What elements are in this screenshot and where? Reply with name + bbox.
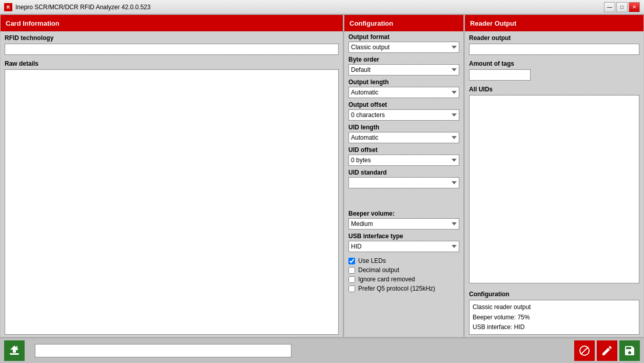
uid-length-row: UID length Automatic 4 bytes 7 bytes	[344, 122, 463, 144]
minimize-button[interactable]: —	[604, 2, 615, 12]
decimal-output-checkbox[interactable]	[348, 267, 355, 274]
output-length-label: Output length	[348, 79, 459, 86]
svg-rect-0	[10, 353, 19, 354]
uid-standard-label: UID standard	[348, 169, 459, 176]
use-leds-checkbox[interactable]	[348, 258, 355, 264]
config-line-2: Beeper volume: 75%	[473, 313, 636, 322]
output-format-label: Output format	[348, 33, 459, 41]
config-line-1: Classic reader output	[473, 302, 636, 312]
byte-order-row: Byte order Default Reversed	[344, 54, 463, 77]
uid-length-label: UID length	[348, 124, 459, 131]
title-bar-controls[interactable]: — □ ✕	[604, 2, 640, 12]
output-offset-select[interactable]: 0 characters 1 character 2 characters	[348, 109, 459, 121]
raw-details-area	[5, 69, 339, 335]
beeper-volume-row: Beeper volume: Low Medium High Off	[344, 208, 463, 231]
uid-offset-select[interactable]: 0 bytes 1 byte 2 bytes	[348, 155, 459, 166]
config-info-box: Classic reader output Beeper volume: 75%…	[469, 300, 639, 335]
all-uids-section: All UIDs	[465, 83, 643, 285]
export-button[interactable]	[4, 340, 25, 361]
main-content: Card Information RFID technology Raw det…	[0, 14, 644, 337]
configuration-label: Configuration	[465, 288, 643, 299]
svg-rect-2	[16, 346, 17, 350]
card-info-header: Card Information	[1, 15, 343, 31]
edit-icon	[601, 345, 613, 357]
decimal-output-row: Decimal output	[344, 265, 463, 275]
uid-length-select[interactable]: Automatic 4 bytes 7 bytes	[348, 132, 459, 143]
decimal-output-label: Decimal output	[358, 266, 399, 274]
card-info-panel: Card Information RFID technology Raw det…	[0, 14, 344, 337]
uid-standard-select[interactable]	[348, 177, 459, 188]
output-length-row: Output length Automatic 4 bytes 8 bytes	[344, 77, 463, 99]
output-length-select[interactable]: Automatic 4 bytes 8 bytes	[348, 87, 459, 98]
svg-marker-1	[12, 346, 17, 353]
reader-output-header: Reader Output	[465, 15, 643, 31]
prefer-q5-row: Prefer Q5 protocol (125kHz)	[344, 284, 463, 293]
config-header: Configuration	[344, 15, 463, 31]
uid-offset-label: UID offset	[348, 146, 459, 154]
uid-standard-row: UID standard	[344, 167, 463, 189]
bottom-bar	[0, 337, 644, 363]
raw-details-label: Raw details	[1, 57, 343, 68]
reader-output-panel: Reader Output Reader output Amount of ta…	[464, 14, 644, 337]
prefer-q5-label: Prefer Q5 protocol (125kHz)	[358, 285, 435, 292]
title-bar: R Inepro SCR/MCR/DCR RFID Analyzer 42.0.…	[0, 0, 644, 14]
use-leds-row: Use LEDs	[344, 256, 463, 265]
reader-output-field	[469, 44, 639, 55]
use-leds-label: Use LEDs	[358, 257, 386, 264]
beeper-volume-label: Beeper volume:	[348, 210, 459, 217]
prefer-q5-checkbox[interactable]	[348, 285, 355, 292]
rfid-technology-label: RFID technology	[1, 31, 343, 43]
output-offset-label: Output offset	[348, 101, 459, 108]
bottom-text-input[interactable]	[35, 344, 291, 357]
uid-offset-row: UID offset 0 bytes 1 byte 2 bytes	[344, 144, 463, 167]
maximize-button[interactable]: □	[616, 2, 628, 12]
usb-interface-row: USB interface type HID CDC Keyboard	[344, 231, 463, 253]
config-section: Configuration Classic reader output Beep…	[465, 288, 643, 337]
all-uids-box	[469, 95, 639, 283]
clear-icon	[578, 345, 591, 357]
amount-of-tags-input[interactable]	[469, 69, 531, 81]
output-offset-row: Output offset 0 characters 1 character 2…	[344, 99, 463, 122]
byte-order-label: Byte order	[348, 56, 459, 63]
ignore-card-removed-checkbox[interactable]	[348, 276, 355, 283]
rfid-technology-input[interactable]	[5, 44, 339, 55]
save-button[interactable]	[619, 340, 640, 361]
beeper-volume-select[interactable]: Low Medium High Off	[348, 218, 459, 230]
save-icon	[623, 345, 636, 357]
amount-of-tags-label: Amount of tags	[465, 57, 643, 68]
title-bar-left: R Inepro SCR/MCR/DCR RFID Analyzer 42.0.…	[4, 3, 150, 11]
output-format-select[interactable]: Classic output Decimal output Hexadecima…	[348, 42, 459, 53]
bottom-right-buttons	[574, 340, 640, 361]
app-icon: R	[4, 3, 12, 11]
byte-order-select[interactable]: Default Reversed	[348, 64, 459, 75]
all-uids-label: All UIDs	[465, 83, 643, 94]
config-line-3: USB interface: HID	[473, 322, 636, 332]
usb-interface-label: USB interface type	[348, 233, 459, 240]
config-panel: Configuration Output format Classic outp…	[344, 14, 464, 337]
svg-line-5	[581, 347, 588, 354]
reader-output-content: Reader output Amount of tags All UIDs Co…	[465, 31, 643, 337]
ignore-card-removed-row: Ignore card removed	[344, 275, 463, 284]
usb-interface-select[interactable]: HID CDC Keyboard	[348, 241, 459, 252]
title-bar-text: Inepro SCR/MCR/DCR RFID Analyzer 42.0.0.…	[15, 4, 150, 11]
clear-button[interactable]	[574, 340, 595, 361]
ignore-card-removed-label: Ignore card removed	[358, 276, 415, 283]
edit-button[interactable]	[597, 340, 617, 361]
export-icon	[8, 345, 21, 357]
reader-output-label: Reader output	[465, 31, 643, 43]
close-button[interactable]: ✕	[629, 2, 640, 12]
output-format-row: Output format Classic output Decimal out…	[344, 31, 463, 54]
